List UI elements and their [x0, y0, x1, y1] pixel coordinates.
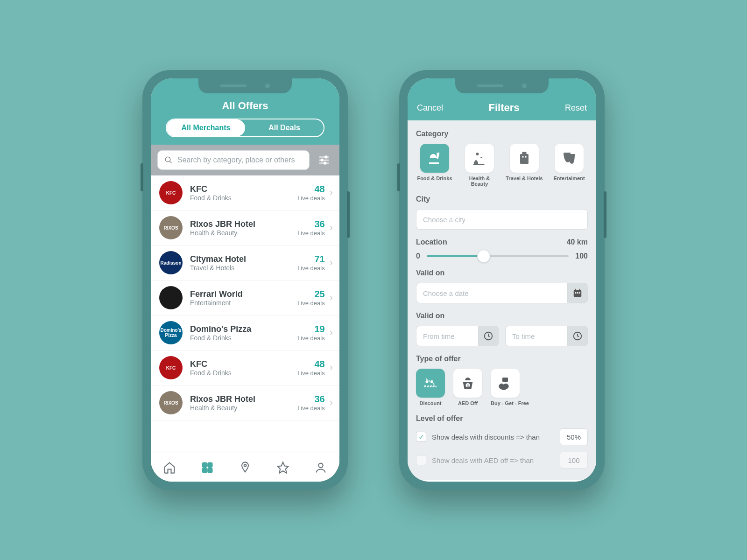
discount-value-input[interactable]: 50% [560, 428, 588, 445]
merchant-name: Ferrari World [190, 289, 297, 299]
deal-count: 36 [297, 219, 325, 230]
level-label: Level of offer [416, 414, 588, 423]
live-deals-label: Live deals [297, 230, 325, 237]
svg-point-15 [476, 153, 479, 155]
filter-button[interactable] [315, 151, 333, 169]
svg-rect-25 [579, 292, 580, 294]
chevron-right-icon: › [330, 257, 333, 269]
tab-all-deals[interactable]: All Deals [245, 119, 324, 136]
category-food-drinks[interactable] [420, 144, 449, 173]
home-icon[interactable] [162, 461, 176, 475]
chevron-right-icon: › [330, 222, 333, 234]
live-deals-label: Live deals [297, 335, 325, 342]
category-label: Category [416, 130, 588, 138]
search-icon [164, 156, 173, 164]
svg-point-5 [321, 159, 323, 161]
svg-point-0 [165, 157, 170, 162]
svg-rect-18 [522, 156, 524, 158]
category-label-entertainment: Entertaiment [550, 175, 588, 181]
clock-icon[interactable] [478, 326, 499, 346]
merchant-logo: Domino's Pizza [159, 321, 183, 344]
svg-rect-9 [208, 462, 212, 467]
merchant-category: Food & Drinks [190, 194, 297, 202]
live-deals-label: Live deals [297, 405, 325, 412]
city-select[interactable]: Choose a city [416, 209, 588, 230]
chevron-right-icon: › [330, 362, 333, 374]
category-label-health: Health & Beauty [461, 175, 498, 187]
category-entertainment[interactable] [555, 144, 584, 173]
category-grid: Food & Drinks Health & Beauty Travel & H… [416, 144, 588, 187]
svg-point-3 [325, 156, 327, 158]
live-deals-label: Live deals [297, 370, 325, 377]
merchant-name: Citymax Hotel [190, 254, 297, 264]
category-health-beauty[interactable] [465, 144, 494, 173]
filters-title: Filters [488, 102, 519, 114]
type-aed-off[interactable]: $ [453, 369, 482, 398]
svg-rect-22 [579, 289, 580, 291]
svg-point-12 [244, 464, 247, 467]
merchant-row[interactable]: Ferrari World Entertainment 25 Live deal… [151, 280, 339, 315]
cancel-button[interactable]: Cancel [417, 103, 443, 113]
map-icon[interactable] [238, 461, 252, 475]
merchant-logo: KFC [159, 356, 183, 379]
aed-value-input[interactable]: 100 [560, 452, 588, 469]
star-icon[interactable] [276, 461, 290, 475]
from-time-input[interactable]: From time [416, 326, 478, 346]
profile-icon[interactable] [314, 461, 328, 475]
merchant-logo: RIXOS [159, 216, 183, 239]
merchant-row[interactable]: Domino's Pizza Domino's Pizza Food & Dri… [151, 315, 339, 350]
merchant-row[interactable]: KFC KFC Food & Drinks 48 Live deals › [151, 175, 339, 210]
svg-rect-23 [575, 292, 577, 294]
check-text-2: Show deals with AED off => than [432, 456, 554, 464]
valid-on-date-label: Valid on [416, 269, 588, 277]
svg-rect-11 [208, 468, 212, 472]
location-slider[interactable] [427, 255, 569, 257]
merchant-row[interactable]: Radisson Citymax Hotel Travel & Hotels 7… [151, 245, 339, 280]
grid-icon[interactable] [200, 461, 214, 475]
date-input[interactable]: Choose a date [416, 283, 567, 303]
svg-rect-19 [525, 156, 527, 158]
type-label-bgf: Buy - Get - Free [491, 400, 529, 406]
svg-rect-16 [520, 154, 529, 164]
merchant-row[interactable]: RIXOS Rixos JBR Hotel Health & Beauty 36… [151, 210, 339, 245]
to-time-input[interactable]: To time [505, 326, 567, 346]
svg-point-14 [318, 463, 323, 467]
category-label-travel: Travel & Hotels [506, 175, 543, 181]
deal-count: 36 [297, 394, 325, 405]
merchant-logo [159, 286, 183, 309]
type-buy-get-free[interactable] [491, 369, 520, 398]
notch [455, 78, 549, 93]
merchant-category: Travel & Hotels [190, 264, 297, 272]
svg-rect-21 [575, 289, 576, 291]
merchant-row[interactable]: RIXOS Rixos JBR Hotel Health & Beauty 36… [151, 385, 339, 420]
chevron-right-icon: › [330, 292, 333, 304]
type-label: Type of offer [416, 355, 588, 363]
merchant-category: Health & Beauty [190, 229, 297, 237]
tab-all-merchants[interactable]: All Merchants [167, 119, 245, 136]
phone-filters: Cancel Filters Reset Category Food & Dri… [399, 70, 605, 490]
checkbox-discount-threshold[interactable]: ✓ [416, 432, 426, 442]
reset-button[interactable]: Reset [565, 103, 587, 113]
segment-control: All Merchants All Deals [166, 119, 324, 137]
category-label-food: Food & Drinks [416, 175, 453, 181]
merchant-category: Health & Beauty [190, 404, 297, 412]
merchant-name: Rixos JBR Hotel [190, 394, 297, 404]
slider-max: 100 [575, 252, 588, 260]
search-input[interactable]: Search by category, place or others [157, 150, 310, 170]
type-discount[interactable] [416, 369, 445, 398]
search-placeholder: Search by category, place or others [177, 156, 295, 164]
deal-count: 48 [297, 359, 325, 370]
clock-icon[interactable] [567, 326, 588, 346]
category-travel-hotels[interactable] [510, 144, 539, 173]
svg-rect-17 [522, 152, 527, 154]
svg-rect-32 [502, 378, 508, 382]
city-label: City [416, 195, 588, 203]
check-text-1: Show deals with discounts => than [432, 433, 554, 441]
valid-on-time-label: Valid on [416, 312, 588, 320]
checkbox-aed-threshold[interactable] [416, 455, 426, 465]
location-slider-row: 0 100 [416, 252, 588, 260]
svg-rect-24 [577, 292, 578, 294]
merchant-row[interactable]: KFC KFC Food & Drinks 48 Live deals › [151, 350, 339, 385]
merchant-category: Food & Drinks [190, 369, 297, 377]
calendar-icon[interactable] [567, 283, 588, 303]
